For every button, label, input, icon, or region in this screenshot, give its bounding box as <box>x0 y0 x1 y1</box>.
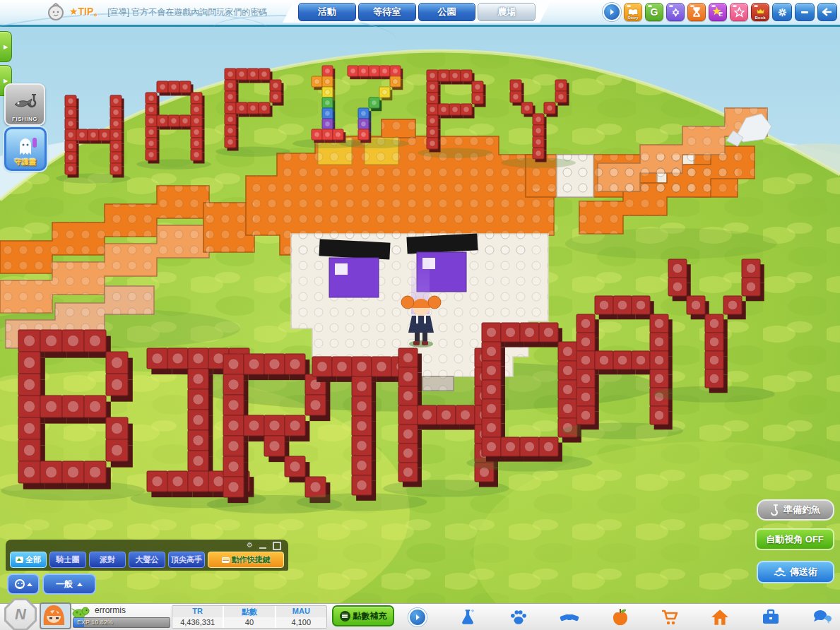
n-logo: N <box>4 598 37 630</box>
tip-text: [宣導] 官方不會在遊戲內詢問玩家們的密碼 <box>107 6 267 18</box>
chat-tab-knights[interactable]: 騎士團 <box>49 552 86 568</box>
fish-hook-icon <box>11 92 39 116</box>
stat-value: 4,100 <box>276 617 326 629</box>
avatar[interactable] <box>40 602 71 629</box>
exp-bar: EXP 10.82% <box>73 617 170 628</box>
stat-points: 點數 40 <box>224 606 276 628</box>
chat-tab-label: 大聲公 <box>136 554 159 565</box>
prepare-fishing-button[interactable]: 準備釣魚 <box>757 499 834 521</box>
smiley-icon <box>15 579 25 589</box>
expand-icon[interactable] <box>603 3 621 21</box>
keyboard-icon <box>222 557 230 563</box>
book-icon[interactable]: Book <box>751 3 769 21</box>
footer-icon-row <box>408 607 832 628</box>
hook-icon <box>771 504 780 516</box>
paw-icon[interactable] <box>509 608 528 626</box>
action-shortcut-label: 動作快捷鍵 <box>232 554 271 565</box>
expand-icon[interactable] <box>408 608 427 626</box>
chat-tab-label: 派對 <box>100 554 115 565</box>
chat-controls: ⚙ <box>247 541 281 549</box>
mascot-icon <box>47 3 65 21</box>
stat-tr: TR 4,436,331 <box>172 606 224 628</box>
chat-settings-gear-icon[interactable]: ⚙ <box>247 542 253 549</box>
chat-panel: ⚙ 全部 騎士團 派對 大聲公 頂尖高手 動作快捷鍵 <box>6 540 288 571</box>
hourglass-icon[interactable] <box>687 3 706 21</box>
minimize-icon[interactable] <box>795 3 815 21</box>
chat-tab-megaphone[interactable]: 大聲公 <box>129 552 165 568</box>
tab-farm[interactable]: 農場 <box>478 3 536 21</box>
fishing-button-label: FISHING <box>12 116 37 122</box>
stat-label: MAU <box>276 606 326 617</box>
g-badge: G <box>651 6 658 18</box>
chat-tab-party[interactable]: 派對 <box>89 552 126 568</box>
chat-tab-all[interactable]: 全部 <box>10 552 47 568</box>
caret-up-icon <box>27 583 32 586</box>
chat-tab-label: 頂尖高手 <box>171 554 202 565</box>
teleport-button[interactable]: 傳送術 <box>757 561 834 583</box>
gear-icon[interactable] <box>772 3 792 21</box>
stat-value: 40 <box>224 617 274 628</box>
swimmer-icon <box>774 567 786 577</box>
hexagram-icon[interactable] <box>666 3 685 21</box>
chat-icon[interactable] <box>812 609 832 626</box>
emote-button[interactable] <box>7 573 40 595</box>
chat-channel-label: 一般 <box>56 578 73 590</box>
stat-mau: MAU 4,100 <box>276 606 326 628</box>
chat-tab-top-experts[interactable]: 頂尖高手 <box>168 552 205 568</box>
chat-channel-select[interactable]: 一般 <box>42 573 96 595</box>
star-outline-icon[interactable] <box>730 3 748 21</box>
points-recharge-label: 點數補充 <box>353 610 387 622</box>
house-icon[interactable] <box>711 608 729 626</box>
flask-icon[interactable] <box>459 608 477 626</box>
chat-minimize-icon[interactable] <box>259 547 266 549</box>
n-logo-letter: N <box>6 600 35 629</box>
bottom-bar: N errormis EXP 10.82% TR 4 <box>0 603 840 630</box>
teleport-label: 傳送術 <box>790 566 817 578</box>
book-badge: Book <box>752 16 769 20</box>
action-shortcut-button[interactable]: 動作快捷鍵 <box>208 552 284 568</box>
coin-icon <box>340 611 350 622</box>
side-panel-toggle-icon[interactable]: ▶ <box>0 31 12 62</box>
prepare-fishing-label: 準備釣魚 <box>783 504 820 516</box>
game-world[interactable] <box>0 25 840 604</box>
image-icon <box>16 557 23 563</box>
chat-tabs: 全部 騎士團 派對 大聲公 頂尖高手 動作快捷鍵 <box>10 552 284 568</box>
chat-tab-label: 全部 <box>25 554 41 565</box>
tab-park[interactable]: 公園 <box>418 3 476 21</box>
briefcase-icon[interactable] <box>762 609 780 626</box>
guardian-spirit-button[interactable]: 守護靈 <box>4 127 47 171</box>
stat-value: 4,436,331 <box>172 617 223 629</box>
cart-icon[interactable] <box>661 608 679 626</box>
points-recharge-button[interactable]: 點數補充 <box>332 605 394 626</box>
handshake-icon[interactable] <box>560 609 579 626</box>
tab-waiting-room[interactable]: 等待室 <box>358 3 416 21</box>
tab-events[interactable]: 活動 <box>298 3 356 21</box>
game-window: ★TIP。 [宣導] 官方不會在遊戲內詢問玩家們的密碼 活動 等待室 公園 農場… <box>0 0 840 630</box>
tip-area: ★TIP。 [宣導] 官方不會在遊戲內詢問玩家們的密碼 <box>47 3 267 21</box>
chat-tab-label: 騎士團 <box>57 554 80 565</box>
story-badge: Story <box>625 16 641 20</box>
scene-svg[interactable] <box>0 25 840 604</box>
top-icon-row: Story G E <box>603 3 837 21</box>
caret-up-icon <box>77 583 83 586</box>
g-icon[interactable]: G <box>645 3 663 21</box>
stat-label: TR <box>172 606 223 617</box>
exp-label: EXP 10.82% <box>77 619 113 626</box>
stat-label: 點數 <box>224 606 274 617</box>
top-bar: ★TIP。 [宣導] 官方不會在遊戲內詢問玩家們的密碼 活動 等待室 公園 農場… <box>0 0 840 27</box>
auto-camera-button[interactable]: 自動視角 OFF <box>755 528 834 550</box>
event-star-icon[interactable]: E <box>709 3 727 21</box>
fishing-button[interactable]: FISHING <box>4 83 45 126</box>
apple-icon[interactable] <box>612 608 629 626</box>
story-icon[interactable]: Story <box>624 3 642 21</box>
tip-label: ★TIP。 <box>69 6 103 18</box>
currency-panel: TR 4,436,331 點數 40 MAU 4,100 <box>172 605 327 629</box>
username: errormis <box>95 605 126 615</box>
zone-tab-bar: 活動 等待室 公園 農場 <box>283 1 551 23</box>
pet-icon[interactable] <box>71 605 90 618</box>
auto-camera-label: 自動視角 OFF <box>766 533 824 546</box>
back-icon[interactable] <box>817 3 837 21</box>
chat-maximize-icon[interactable] <box>273 542 281 550</box>
guardian-button-label: 守護靈 <box>15 158 36 167</box>
event-badge: E <box>719 11 723 18</box>
